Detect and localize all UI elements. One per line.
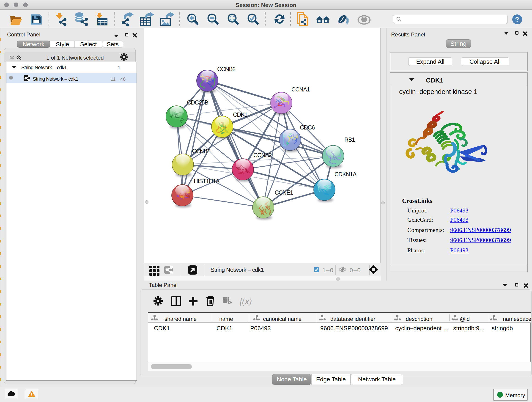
svg-text:CCNB1: CCNB1 xyxy=(192,148,210,154)
svg-text:CCNA2: CCNA2 xyxy=(253,152,272,158)
svg-text:CDKN1A: CDKN1A xyxy=(335,171,357,177)
svg-text:CCNA1: CCNA1 xyxy=(291,86,310,93)
svg-text:RB1: RB1 xyxy=(344,136,355,143)
svg-text:CDC6: CDC6 xyxy=(300,124,315,131)
svg-text:HIST1H1A: HIST1H1A xyxy=(194,178,220,184)
svg-text:CDK1: CDK1 xyxy=(233,111,247,118)
svg-text:CCNB2: CCNB2 xyxy=(217,66,235,72)
svg-text:CCNE1: CCNE1 xyxy=(275,189,293,196)
svg-text:CDC25B: CDC25B xyxy=(187,99,208,106)
